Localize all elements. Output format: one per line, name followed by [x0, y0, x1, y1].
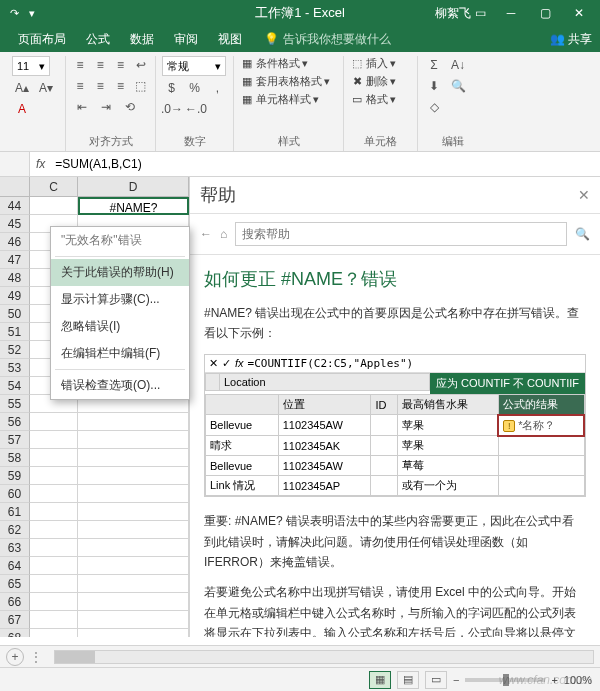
row-header[interactable]: 52 [0, 341, 30, 359]
zoom-out-button[interactable]: − [453, 674, 459, 686]
clear-icon[interactable]: ◇ [424, 98, 444, 116]
help-search-input[interactable] [235, 222, 567, 246]
row-header[interactable]: 68 [0, 629, 30, 637]
ctx-options[interactable]: 错误检查选项(O)... [51, 372, 189, 399]
row-header[interactable]: 53 [0, 359, 30, 377]
align-center-icon[interactable]: ≡ [92, 77, 108, 95]
cell[interactable] [30, 413, 78, 431]
cell[interactable] [30, 449, 78, 467]
row-header[interactable]: 65 [0, 575, 30, 593]
cell[interactable] [78, 503, 189, 521]
inc-decimal-icon[interactable]: .0→ [162, 100, 182, 118]
number-format-combo[interactable]: 常规▾ [162, 56, 226, 76]
cell[interactable] [78, 431, 189, 449]
minimize-button[interactable]: ─ [494, 0, 528, 26]
tab-layout[interactable]: 页面布局 [8, 27, 76, 52]
cell[interactable] [78, 521, 189, 539]
add-sheet-button[interactable]: + [6, 648, 24, 666]
font-size-combo[interactable]: 11▾ [12, 56, 50, 76]
cell-c44[interactable]: ! [30, 197, 78, 215]
cell[interactable] [30, 575, 78, 593]
tab-view[interactable]: 视图 [208, 27, 252, 52]
row-header[interactable]: 62 [0, 521, 30, 539]
format-button[interactable]: ▭格式▾ [350, 92, 411, 107]
help-close-button[interactable]: ✕ [578, 187, 590, 203]
cell[interactable] [78, 485, 189, 503]
cond-format-button[interactable]: ▦条件格式▾ [240, 56, 337, 71]
cell[interactable] [78, 629, 189, 637]
cell-d44[interactable]: #NAME? [78, 197, 189, 215]
tab-formulas[interactable]: 公式 [76, 27, 120, 52]
cell[interactable] [30, 629, 78, 637]
row-header[interactable]: 46 [0, 233, 30, 251]
cell[interactable] [78, 593, 189, 611]
row-header[interactable]: 50 [0, 305, 30, 323]
sort-icon[interactable]: A↓ [448, 56, 468, 74]
align-top-icon[interactable]: ≡ [72, 56, 88, 74]
dec-decimal-icon[interactable]: ←.0 [186, 100, 206, 118]
cell[interactable] [78, 539, 189, 557]
table-format-button[interactable]: ▦套用表格格式▾ [240, 74, 337, 89]
cell-style-button[interactable]: ▦单元格样式▾ [240, 92, 337, 107]
cell[interactable] [78, 467, 189, 485]
align-left-icon[interactable]: ≡ [72, 77, 88, 95]
font-color-icon[interactable]: A [12, 100, 32, 118]
wrap-text-icon[interactable]: ↩ [133, 56, 149, 74]
indent-icon[interactable]: ⇥ [96, 98, 116, 116]
row-header[interactable]: 49 [0, 287, 30, 305]
percent-icon[interactable]: % [185, 79, 204, 97]
select-all-corner[interactable] [0, 177, 30, 197]
align-bot-icon[interactable]: ≡ [113, 56, 129, 74]
row-header[interactable]: 60 [0, 485, 30, 503]
col-header-c[interactable]: C [30, 177, 78, 197]
row-header[interactable]: 47 [0, 251, 30, 269]
row-header[interactable]: 66 [0, 593, 30, 611]
cell[interactable] [78, 557, 189, 575]
tab-data[interactable]: 数据 [120, 27, 164, 52]
cell[interactable] [30, 503, 78, 521]
tab-review[interactable]: 审阅 [164, 27, 208, 52]
cell[interactable] [30, 467, 78, 485]
autosum-icon[interactable]: Σ [424, 56, 444, 74]
cell[interactable] [30, 431, 78, 449]
fx-icon[interactable]: fx [30, 157, 51, 171]
share-button[interactable]: 👥 共享 [550, 31, 592, 48]
col-header-d[interactable]: D [78, 177, 189, 197]
row-header[interactable]: 44 [0, 197, 30, 215]
cell[interactable] [30, 611, 78, 629]
currency-icon[interactable]: $ [162, 79, 181, 97]
cell[interactable] [78, 611, 189, 629]
row-header[interactable]: 55 [0, 395, 30, 413]
align-mid-icon[interactable]: ≡ [92, 56, 108, 74]
delete-button[interactable]: ✖删除▾ [350, 74, 411, 89]
zoom-slider[interactable] [465, 678, 545, 682]
cell[interactable] [30, 485, 78, 503]
sheet-nav-icon[interactable]: ⋮ [30, 650, 42, 664]
user-account[interactable]: 柳絮飞 ▭ [435, 5, 486, 22]
row-header[interactable]: 45 [0, 215, 30, 233]
view-page-button[interactable]: ▤ [397, 671, 419, 689]
ctx-help[interactable]: 关于此错误的帮助(H) [51, 259, 189, 286]
row-header[interactable]: 59 [0, 467, 30, 485]
zoom-level[interactable]: 100% [564, 674, 592, 686]
ctx-edit-bar[interactable]: 在编辑栏中编辑(F) [51, 340, 189, 367]
formula-input[interactable] [51, 152, 600, 176]
ctx-show-steps[interactable]: 显示计算步骤(C)... [51, 286, 189, 313]
row-header[interactable]: 51 [0, 323, 30, 341]
row-header[interactable]: 61 [0, 503, 30, 521]
fill-icon[interactable]: ⬇ [424, 77, 444, 95]
increase-font-icon[interactable]: A▴ [12, 79, 32, 97]
close-button[interactable]: ✕ [562, 0, 596, 26]
merge-icon[interactable]: ⬚ [133, 77, 149, 95]
row-header[interactable]: 54 [0, 377, 30, 395]
cell[interactable] [30, 557, 78, 575]
row-header[interactable]: 67 [0, 611, 30, 629]
orientation-icon[interactable]: ⟲ [120, 98, 140, 116]
cell[interactable] [78, 449, 189, 467]
tell-me[interactable]: 💡 告诉我你想要做什么 [264, 31, 391, 48]
row-header[interactable]: 57 [0, 431, 30, 449]
help-home-icon[interactable]: ⌂ [220, 227, 227, 241]
cell[interactable] [78, 413, 189, 431]
restore-button[interactable]: ▢ [528, 0, 562, 26]
decrease-font-icon[interactable]: A▾ [36, 79, 56, 97]
